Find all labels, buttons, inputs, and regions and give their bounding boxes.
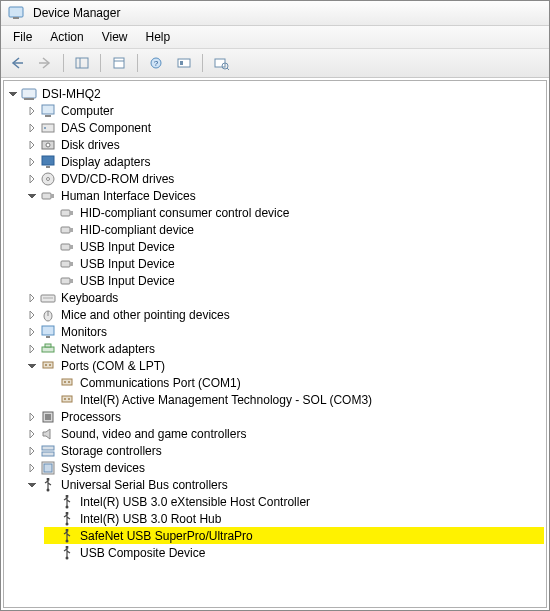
tree-expand-icon[interactable] [25,104,39,118]
keyboard-icon [40,290,56,306]
tree-collapse-icon[interactable] [6,87,20,101]
tree-expand-icon[interactable] [25,155,39,169]
port-icon [59,392,75,408]
tree-category-node[interactable]: DAS Component [25,119,544,136]
tree-category-label: Universal Serial Bus controllers [59,478,230,492]
svg-rect-2 [76,58,88,68]
tree-category-node[interactable]: System devices [25,459,544,476]
tree-category-label: Network adapters [59,342,157,356]
tree-root-node[interactable]: DSI-MHQ2 [6,85,544,102]
tree-spacer [44,240,58,254]
device-tree-panel[interactable]: DSI-MHQ2ComputerDAS ComponentDisk drives… [3,80,547,608]
tree-device-node[interactable]: USB Input Device [44,255,544,272]
svg-rect-22 [46,166,50,168]
tree-device-label: USB Input Device [78,240,177,254]
tree-category-node[interactable]: Storage controllers [25,442,544,459]
tree-device-node[interactable]: USB Input Device [44,238,544,255]
tree-category-node[interactable]: DVD/CD-ROM drives [25,170,544,187]
svg-rect-69 [66,546,69,549]
svg-point-18 [44,127,46,129]
tree-category-node[interactable]: Processors [25,408,544,425]
tree-category-label: Display adapters [59,155,152,169]
tree-device-node[interactable]: HID-compliant consumer control device [44,204,544,221]
tree-collapse-icon[interactable] [25,478,39,492]
tree-expand-icon[interactable] [25,308,39,322]
usb-icon [59,511,75,527]
forward-button[interactable] [33,52,57,74]
tree-category-node[interactable]: Display adapters [25,153,544,170]
tree-device-node[interactable]: HID-compliant device [44,221,544,238]
tree-expand-icon[interactable] [25,138,39,152]
tree-category-label: DVD/CD-ROM drives [59,172,176,186]
tree-category-node[interactable]: Ports (COM & LPT) [25,357,544,374]
svg-rect-9 [180,61,183,65]
tree-device-node[interactable]: Communications Port (COM1) [44,374,544,391]
port-icon [40,358,56,374]
menu-action[interactable]: Action [42,28,91,46]
show-hide-console-tree-button[interactable] [70,52,94,74]
tree-collapse-icon[interactable] [25,189,39,203]
sound-icon [40,426,56,442]
tree-expand-icon[interactable] [25,427,39,441]
svg-rect-30 [70,228,73,232]
tree-expand-icon[interactable] [25,461,39,475]
hid-icon [59,239,75,255]
tree-category-label: Processors [59,410,123,424]
svg-rect-31 [61,244,70,250]
tree-category-node[interactable]: Disk drives [25,136,544,153]
hid-icon [40,188,56,204]
tree-device-node[interactable]: Intel(R) Active Management Technology - … [44,391,544,408]
tree-device-node[interactable]: Intel(R) USB 3.0 eXtensible Host Control… [44,493,544,510]
tree-category-node[interactable]: Mice and other pointing devices [25,306,544,323]
svg-point-47 [49,364,51,366]
svg-rect-33 [61,261,70,267]
svg-rect-57 [42,452,54,456]
svg-point-66 [66,539,69,542]
tree-category-label: System devices [59,461,147,475]
tree-expand-icon[interactable] [25,172,39,186]
tree-category-node[interactable]: Computer [25,102,544,119]
show-hidden-devices-button[interactable] [209,52,233,74]
title-bar: Device Manager [1,1,549,26]
back-button[interactable] [5,52,29,74]
help-button[interactable]: ? [144,52,168,74]
tree-category-node[interactable]: Human Interface Devices [25,187,544,204]
usb-icon [40,477,56,493]
tree-device-node[interactable]: SafeNet USB SuperPro/UltraPro [44,527,544,544]
tree-device-node[interactable]: Intel(R) USB 3.0 Root Hub [44,510,544,527]
tree-expand-icon[interactable] [25,444,39,458]
tree-device-node[interactable]: USB Input Device [44,272,544,289]
tree-category-node[interactable]: Universal Serial Bus controllers [25,476,544,493]
computer-icon [21,86,37,102]
tree-category-node[interactable]: Monitors [25,323,544,340]
tree-expand-icon[interactable] [25,121,39,135]
tree-spacer [44,495,58,509]
tree-device-label: Intel(R) USB 3.0 eXtensible Host Control… [78,495,312,509]
tree-category-node[interactable]: Sound, video and game controllers [25,425,544,442]
mouse-icon [40,307,56,323]
svg-rect-61 [47,478,50,481]
hid-icon [59,205,75,221]
tree-category-node[interactable]: Keyboards [25,289,544,306]
tree-device-node[interactable]: USB Composite Device [44,544,544,561]
tree-device-label: Intel(R) USB 3.0 Root Hub [78,512,223,526]
tree-collapse-icon[interactable] [25,359,39,373]
tree-category-node[interactable]: Network adapters [25,340,544,357]
properties-button[interactable] [107,52,131,74]
dvd-icon [40,171,56,187]
svg-rect-27 [61,210,70,216]
menu-view[interactable]: View [94,28,136,46]
tree-expand-icon[interactable] [25,325,39,339]
display-icon [40,154,56,170]
network-icon [40,341,56,357]
tree-expand-icon[interactable] [25,410,39,424]
tree-expand-icon[interactable] [25,291,39,305]
svg-point-53 [68,398,70,400]
svg-rect-4 [114,58,124,68]
scan-hardware-button[interactable] [172,52,196,74]
hid-icon [59,222,75,238]
tree-device-label: Intel(R) Active Management Technology - … [78,393,374,407]
tree-expand-icon[interactable] [25,342,39,356]
menu-help[interactable]: Help [138,28,179,46]
menu-file[interactable]: File [5,28,40,46]
